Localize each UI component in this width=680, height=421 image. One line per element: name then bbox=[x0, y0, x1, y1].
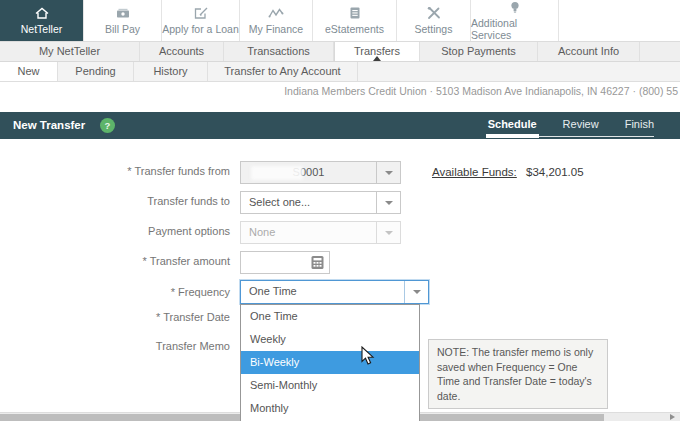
main-tab-transfers[interactable]: Transfers bbox=[334, 42, 420, 61]
tools-icon bbox=[426, 6, 442, 20]
transfer-to-select[interactable]: Select one... bbox=[240, 191, 401, 214]
main-tab-account-info[interactable]: Account Info bbox=[538, 42, 640, 61]
panel-header: New Transfer ? Schedule Review Finish bbox=[0, 112, 680, 139]
top-tab-label: eStatements bbox=[325, 23, 384, 35]
bill-icon bbox=[115, 6, 131, 20]
top-tab-estatements[interactable]: eStatements bbox=[313, 0, 397, 41]
sub-tab-transfer-any-account[interactable]: Transfer to Any Account bbox=[208, 62, 358, 81]
payment-options-select: None bbox=[240, 221, 401, 244]
step-finish: Finish bbox=[625, 118, 654, 130]
main-tab-accounts[interactable]: Accounts bbox=[140, 42, 224, 61]
chevron-down-icon bbox=[385, 231, 393, 235]
frequency-label: * Frequency bbox=[0, 286, 230, 298]
home-icon bbox=[34, 6, 50, 20]
document-list-icon bbox=[347, 6, 363, 20]
institution-info: Indiana Members Credit Union · 5103 Madi… bbox=[284, 85, 678, 97]
sub-tab-pending[interactable]: Pending bbox=[58, 62, 134, 81]
step-schedule: Schedule bbox=[488, 118, 537, 130]
chevron-down-icon bbox=[385, 171, 393, 175]
top-tab-additional-services[interactable]: Additional Services bbox=[471, 0, 559, 41]
transfer-to-label: Transfer funds to bbox=[0, 195, 230, 207]
frequency-option-bi-weekly[interactable]: Bi-Weekly bbox=[241, 351, 419, 374]
wizard-steps: Schedule Review Finish bbox=[488, 118, 654, 137]
page-title: New Transfer bbox=[13, 119, 85, 131]
top-tab-label: My Finance bbox=[249, 23, 303, 35]
available-funds: Available Funds: $34,201.05 bbox=[432, 166, 584, 178]
main-tab-stop-payments[interactable]: Stop Payments bbox=[420, 42, 538, 61]
main-tab-my-netteller[interactable]: My NetTeller bbox=[0, 42, 140, 61]
help-icon[interactable]: ? bbox=[100, 118, 115, 133]
frequency-option-semi-monthly[interactable]: Semi-Monthly bbox=[241, 374, 419, 397]
scrollbar-right-arrow-icon[interactable] bbox=[670, 414, 675, 420]
payment-options-value: None bbox=[241, 222, 376, 243]
frequency-option-monthly[interactable]: Monthly bbox=[241, 397, 419, 420]
top-nav: NetTeller Bill Pay Apply for a Loan My F… bbox=[0, 0, 680, 42]
top-tab-label: NetTeller bbox=[21, 23, 62, 35]
top-tab-netteller[interactable]: NetTeller bbox=[0, 0, 84, 41]
transfer-memo-label: Transfer Memo bbox=[0, 340, 230, 352]
top-nav-filler bbox=[559, 0, 680, 41]
calculator-icon[interactable] bbox=[310, 255, 325, 274]
sub-tab-history[interactable]: History bbox=[134, 62, 208, 81]
payment-options-dropdown-arrow bbox=[376, 222, 400, 243]
transfers-sub-nav: New Pending History Transfer to Any Acco… bbox=[0, 62, 680, 82]
step-review: Review bbox=[563, 118, 599, 130]
transfer-from-dropdown-arrow[interactable] bbox=[376, 162, 400, 183]
top-tab-bill-pay[interactable]: Bill Pay bbox=[84, 0, 162, 41]
frequency-value: One Time bbox=[241, 281, 404, 303]
transfer-to-dropdown-arrow[interactable] bbox=[376, 192, 400, 213]
frequency-select[interactable]: One Time bbox=[240, 280, 429, 304]
transfer-memo-note: NOTE: The transfer memo is only saved wh… bbox=[428, 339, 608, 409]
top-tab-label: Apply for a Loan bbox=[162, 23, 238, 35]
lightbulb-icon bbox=[507, 0, 523, 14]
transfer-from-select[interactable]: S0001 bbox=[240, 161, 401, 184]
compose-icon bbox=[193, 6, 209, 20]
main-nav: My NetTeller Accounts Transactions Trans… bbox=[0, 42, 680, 62]
transfer-date-label: * Transfer Date bbox=[0, 311, 230, 323]
frequency-dropdown-arrow[interactable] bbox=[404, 281, 428, 303]
transfer-amount-input[interactable] bbox=[240, 251, 330, 274]
frequency-option-one-time[interactable]: One Time bbox=[241, 305, 419, 328]
top-tab-settings[interactable]: Settings bbox=[397, 0, 471, 41]
transfer-amount-label: * Transfer amount bbox=[0, 255, 230, 267]
top-tab-label: Bill Pay bbox=[105, 23, 140, 35]
transfer-from-label: * Transfer funds from bbox=[0, 165, 230, 177]
payment-options-label: Payment options bbox=[0, 225, 230, 237]
sub-tab-new[interactable]: New bbox=[0, 62, 58, 81]
chevron-down-icon bbox=[385, 201, 393, 205]
main-tab-transactions[interactable]: Transactions bbox=[224, 42, 334, 61]
top-tab-apply-loan[interactable]: Apply for a Loan bbox=[162, 0, 240, 41]
available-funds-link[interactable]: Available Funds: bbox=[432, 166, 517, 178]
top-tab-label: Settings bbox=[415, 23, 453, 35]
chart-line-icon bbox=[268, 6, 284, 20]
chevron-down-icon bbox=[413, 290, 421, 294]
available-funds-amount: $34,201.05 bbox=[526, 166, 584, 178]
redacted-account-name bbox=[251, 166, 303, 180]
frequency-options-list: One Time Weekly Bi-Weekly Semi-Monthly M… bbox=[240, 304, 420, 421]
transfer-to-value: Select one... bbox=[241, 192, 376, 213]
frequency-option-weekly[interactable]: Weekly bbox=[241, 328, 419, 351]
top-tab-my-finance[interactable]: My Finance bbox=[240, 0, 313, 41]
top-tab-label: Additional Services bbox=[471, 17, 558, 41]
netteller-app: NetTeller Bill Pay Apply for a Loan My F… bbox=[0, 0, 680, 421]
